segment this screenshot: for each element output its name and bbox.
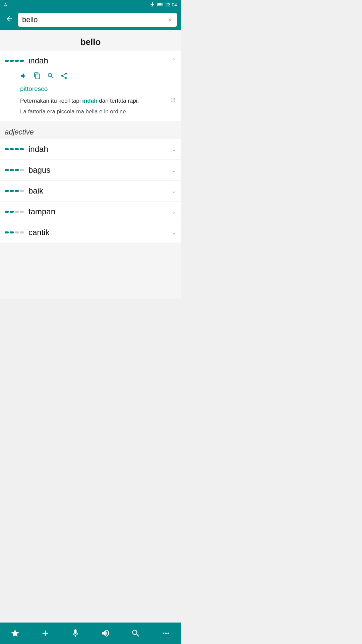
expanded-details: pittoresco Peternakan itu kecil tapi ind…	[0, 71, 181, 121]
action-icons	[20, 72, 176, 81]
search-more-button[interactable]	[47, 72, 54, 81]
clear-button[interactable]: ×	[167, 16, 173, 23]
expanded-translation-row[interactable]: indah ⌃	[0, 51, 181, 71]
translation-row-indah[interactable]: indah ⌄	[0, 139, 181, 159]
expanded-translation-block: indah ⌃	[0, 51, 181, 121]
list-item: cantik ⌄	[0, 222, 181, 243]
chevron-down-icon: ⌄	[171, 208, 176, 215]
time-display: 23:04	[165, 2, 177, 7]
list-item: bagus ⌄	[0, 160, 181, 180]
freq-dots-tampan	[5, 211, 24, 213]
list-item: indah ⌄	[0, 139, 181, 159]
translation-word: indah	[28, 145, 171, 154]
list-item: baik ⌄	[0, 181, 181, 201]
translation-word: cantik	[28, 228, 171, 237]
translation-word-indah-expanded: indah	[28, 56, 171, 65]
related-word: pittoresco	[20, 85, 176, 93]
chevron-down-icon: ⌄	[171, 166, 176, 174]
example-text-after: dan tertata rapi.	[98, 98, 139, 104]
app-icon: A	[4, 2, 7, 8]
example-row: Peternakan itu kecil tapi indah dan tert…	[20, 97, 176, 105]
status-icons: 23:04	[150, 2, 177, 8]
example-sentence-id: Peternakan itu kecil tapi indah dan tert…	[20, 97, 166, 105]
translation-row-tampan[interactable]: tampan ⌄	[0, 202, 181, 222]
search-input[interactable]	[22, 15, 167, 24]
share-button[interactable]	[60, 72, 68, 81]
freq-dots-baik	[5, 190, 24, 192]
example-text-before: Peternakan itu kecil tapi	[20, 98, 82, 104]
translation-word: bagus	[28, 165, 171, 175]
translation-row-bagus[interactable]: bagus ⌄	[0, 160, 181, 180]
example-translation-it: La fattoria era piccola ma bella e in or…	[20, 107, 176, 116]
content-area: bello indah ⌃	[0, 30, 181, 299]
chevron-down-icon: ⌄	[171, 146, 176, 153]
translation-row-baik[interactable]: baik ⌄	[0, 181, 181, 201]
status-bar: A 23:04	[0, 0, 181, 9]
freq-dots-cantik	[5, 231, 24, 233]
freq-dots-bagus	[5, 169, 24, 171]
svg-rect-1	[158, 3, 162, 5]
freq-dots-indah	[5, 148, 24, 150]
search-input-wrapper: ×	[18, 13, 177, 27]
copy-button[interactable]	[34, 72, 41, 81]
translation-list: indah ⌄ bagus ⌄	[0, 139, 181, 243]
chevron-down-icon: ⌄	[171, 229, 176, 236]
translation-word: baik	[28, 186, 171, 196]
word-title: bello	[0, 30, 181, 51]
section-label-adjective: adjective	[0, 122, 181, 139]
list-item: tampan ⌄	[0, 202, 181, 222]
chevron-down-icon: ⌄	[171, 187, 176, 195]
chevron-up-icon: ⌃	[171, 57, 176, 64]
audio-play-button[interactable]	[20, 72, 27, 81]
translation-row-cantik[interactable]: cantik ⌄	[0, 222, 181, 243]
example-highlight: indah	[82, 98, 97, 104]
translation-word: tampan	[28, 207, 171, 216]
battery-icon	[157, 2, 163, 8]
freq-dots-indah-expanded	[5, 60, 24, 62]
back-button[interactable]	[4, 13, 15, 26]
airplane-icon	[150, 2, 155, 8]
search-bar: ×	[0, 9, 181, 30]
refresh-example-button[interactable]	[170, 97, 176, 105]
